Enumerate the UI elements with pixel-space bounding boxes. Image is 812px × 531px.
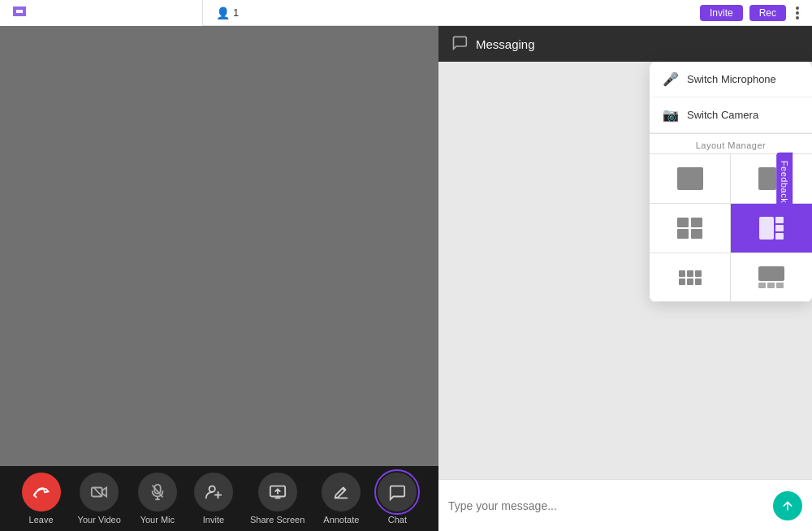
svg-point-6 xyxy=(209,486,214,492)
messaging-icon xyxy=(451,34,468,54)
mic-button[interactable]: Your Mic xyxy=(138,473,177,525)
layout-single-icon xyxy=(677,167,703,190)
switch-mic-label: Switch Microphone xyxy=(687,73,776,85)
annotate-button[interactable]: Annotate xyxy=(322,473,361,525)
layout-side[interactable] xyxy=(731,154,812,204)
main-layout: Leave Your Video xyxy=(0,26,812,531)
invite-icon xyxy=(194,473,233,512)
logo-area xyxy=(0,0,203,26)
switch-microphone-item[interactable]: 🎤 Switch Microphone xyxy=(650,62,812,97)
video-content xyxy=(0,26,438,466)
layout-featured-icon xyxy=(759,217,784,240)
leave-icon xyxy=(22,473,61,512)
layout-manager-label: Layout Manager xyxy=(650,133,812,154)
logo-icon xyxy=(10,3,29,23)
video-label: Your Video xyxy=(78,515,121,525)
video-button[interactable]: Your Video xyxy=(78,473,121,525)
chat-button[interactable]: Chat xyxy=(378,473,417,525)
mic-label: Your Mic xyxy=(140,515,175,525)
participants-count: 1 xyxy=(233,6,239,19)
messaging-header: Messaging xyxy=(438,26,812,62)
layout-filmstrip[interactable] xyxy=(731,253,812,302)
send-button[interactable] xyxy=(773,491,802,520)
dropdown-menu: 🎤 Switch Microphone 📷 Switch Camera Layo… xyxy=(650,62,812,302)
top-bar: 👤 1 Invite Rec xyxy=(0,0,812,26)
invite-ctrl-label: Invite xyxy=(203,515,224,525)
chat-input-area xyxy=(438,479,812,531)
right-panel: Messaging 🎤 Switch Microphone 📷 Switch C… xyxy=(438,26,812,531)
layout-many[interactable] xyxy=(650,253,731,302)
chat-input[interactable] xyxy=(448,499,767,512)
microphone-icon: 🎤 xyxy=(663,71,679,87)
layout-grid4[interactable] xyxy=(650,204,731,253)
svg-line-1 xyxy=(94,488,102,497)
more-options-button[interactable] xyxy=(793,3,802,23)
share-screen-label: Share Screen xyxy=(250,515,304,525)
layout-featured[interactable] xyxy=(731,204,812,253)
chat-icon xyxy=(378,473,417,512)
participants-area: 👤 1 xyxy=(203,6,700,19)
video-area: Leave Your Video xyxy=(0,26,438,531)
record-button[interactable]: Rec xyxy=(749,5,786,21)
mic-icon xyxy=(138,473,177,512)
camera-icon: 📷 xyxy=(663,107,679,123)
layout-grid4-icon xyxy=(677,218,703,239)
share-screen-icon xyxy=(258,473,297,512)
layout-filmstrip-icon xyxy=(758,266,784,288)
annotate-label: Annotate xyxy=(323,515,359,525)
invite-ctrl-button[interactable]: Invite xyxy=(194,473,233,525)
layout-many-icon xyxy=(679,270,702,285)
switch-cam-label: Switch Camera xyxy=(687,109,758,121)
messaging-title: Messaging xyxy=(476,37,535,51)
feedback-tab[interactable]: Feedback xyxy=(776,153,793,211)
top-right-actions: Invite Rec xyxy=(700,3,812,23)
share-screen-button[interactable]: Share Screen xyxy=(250,473,304,525)
invite-button[interactable]: Invite xyxy=(700,5,743,21)
chat-label: Chat xyxy=(388,515,407,525)
leave-label: Leave xyxy=(29,515,54,525)
layout-single[interactable] xyxy=(650,154,731,204)
annotate-icon xyxy=(322,473,361,512)
leave-button[interactable]: Leave xyxy=(22,473,61,525)
control-bar: Leave Your Video xyxy=(0,466,438,531)
switch-camera-item[interactable]: 📷 Switch Camera xyxy=(650,97,812,133)
video-icon xyxy=(80,473,119,512)
participants-icon: 👤 xyxy=(216,6,230,19)
